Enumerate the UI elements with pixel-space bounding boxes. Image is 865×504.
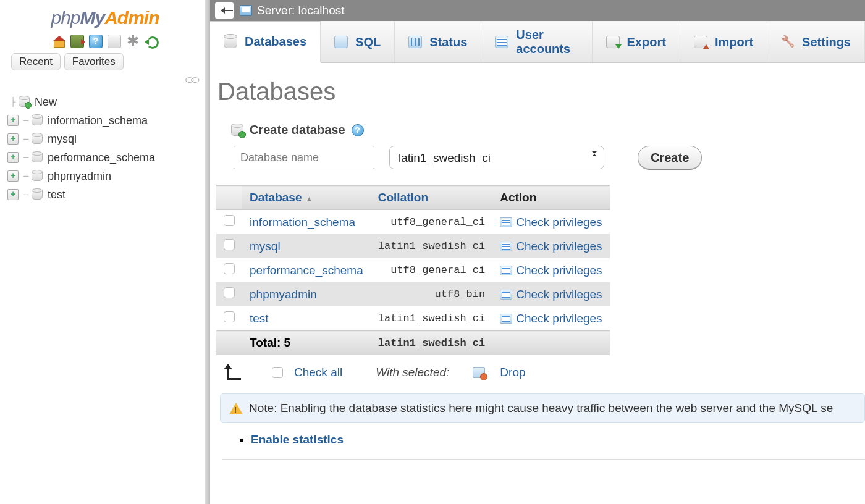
help-icon[interactable]: ? — [352, 124, 364, 136]
table-row: mysql latin1_swedish_ci Check privileges — [216, 234, 610, 258]
col-header-collation[interactable]: Collation — [371, 186, 492, 210]
collation-cell: latin1_swedish_ci — [371, 306, 492, 331]
row-checkbox[interactable] — [224, 263, 235, 274]
database-link[interactable]: mysql — [250, 240, 281, 253]
privileges-icon — [500, 266, 512, 275]
create-database-icon — [231, 125, 243, 136]
database-link[interactable]: performance_schema — [250, 264, 363, 277]
back-button[interactable] — [215, 2, 234, 19]
tab-databases[interactable]: Databases — [210, 21, 321, 63]
sidebar-quick-icons — [0, 35, 210, 48]
tree-branch-icon: ├ — [7, 97, 19, 107]
tab-label: Import — [715, 35, 753, 49]
col-header-database[interactable]: Database▲ — [242, 186, 371, 210]
sidebar-resize-handle[interactable] — [205, 0, 210, 504]
import-icon — [694, 36, 707, 48]
col-header-action: Action — [492, 186, 609, 210]
favorites-tab[interactable]: Favorites — [64, 53, 124, 70]
settings-icon[interactable] — [126, 35, 140, 48]
link-toggle-icon[interactable]: ⬭⬭ — [0, 74, 210, 85]
tree-item-performance-schema[interactable]: + ─ performance_schema — [7, 148, 210, 167]
privileges-icon — [500, 290, 512, 300]
check-all-checkbox[interactable] — [272, 367, 283, 378]
check-privileges-link[interactable]: Check privileges — [516, 264, 602, 277]
server-label[interactable]: Server: localhost — [257, 4, 345, 17]
tree-item-label: performance_schema — [48, 151, 155, 164]
row-checkbox[interactable] — [224, 215, 235, 226]
expand-icon[interactable]: + — [7, 133, 19, 145]
expand-icon[interactable]: + — [7, 152, 19, 163]
row-checkbox[interactable] — [224, 239, 235, 250]
database-icon — [32, 116, 43, 125]
reload-icon[interactable] — [145, 35, 158, 48]
sql-query-icon[interactable] — [108, 35, 121, 48]
table-row: performance_schema utf8_general_ci Check… — [216, 258, 610, 282]
check-privileges-link[interactable]: Check privileges — [516, 312, 602, 325]
expand-icon[interactable]: + — [7, 170, 19, 182]
tab-import[interactable]: Import — [680, 21, 767, 62]
page-title: Databases — [217, 78, 865, 106]
docs-icon[interactable] — [89, 35, 103, 48]
tree-item-mysql[interactable]: + ─ mysql — [7, 130, 210, 148]
expand-icon[interactable]: + — [7, 189, 19, 200]
database-link[interactable]: information_schema — [250, 216, 355, 229]
logo-part-php: php — [51, 7, 80, 28]
tree-item-test[interactable]: + ─ test — [7, 185, 210, 204]
tree-branch-icon: ─ — [20, 190, 32, 200]
arrow-up-icon — [225, 365, 242, 380]
tree-new-label: New — [35, 96, 57, 109]
database-icon — [32, 190, 43, 200]
databases-table: Database▲ Collation Action information_s… — [216, 185, 610, 355]
row-checkbox[interactable] — [224, 311, 235, 322]
tab-label: Export — [627, 35, 666, 49]
create-database-header: Create database ? — [231, 123, 865, 137]
drop-link[interactable]: Drop — [500, 366, 525, 379]
server-breadcrumb-bar: Server: localhost — [210, 0, 865, 21]
table-row: information_schema utf8_general_ci Check… — [216, 210, 610, 235]
database-link[interactable]: test — [250, 312, 269, 325]
tree-item-phpmyadmin[interactable]: + ─ phpmyadmin — [7, 167, 210, 185]
create-button[interactable]: Create — [638, 146, 702, 169]
tab-label: User accounts — [516, 28, 578, 56]
tab-sql[interactable]: SQL — [321, 21, 395, 62]
create-database-form: latin1_swedish_ci Create — [234, 146, 865, 169]
tab-export[interactable]: Export — [593, 21, 680, 62]
section-divider — [222, 459, 865, 460]
row-checkbox[interactable] — [224, 287, 235, 298]
tab-user-accounts[interactable]: User accounts — [481, 21, 592, 62]
collation-select[interactable]: latin1_swedish_ci — [389, 146, 604, 169]
total-label: Total: 5 — [242, 331, 371, 355]
create-database-title: Create database — [250, 123, 345, 137]
check-privileges-link[interactable]: Check privileges — [516, 216, 602, 229]
recent-tab[interactable]: Recent — [11, 53, 61, 70]
tab-status[interactable]: Status — [395, 21, 481, 62]
tab-settings[interactable]: Settings — [767, 21, 865, 62]
tree-branch-icon: ─ — [20, 153, 32, 162]
database-name-input[interactable] — [234, 146, 374, 169]
page-content: Databases Create database ? latin1_swedi… — [210, 63, 865, 460]
total-collation: latin1_swedish_ci — [371, 331, 492, 355]
database-icon — [32, 134, 43, 144]
expand-icon[interactable]: + — [7, 115, 19, 126]
tree-item-label: phpmyadmin — [48, 170, 111, 183]
tab-label: SQL — [355, 35, 381, 49]
drop-icon — [473, 367, 485, 378]
export-icon — [606, 36, 620, 48]
home-icon[interactable] — [52, 35, 65, 48]
tree-new-database[interactable]: ├ New — [7, 93, 210, 111]
privileges-icon — [500, 314, 512, 324]
server-icon — [240, 5, 252, 16]
table-row: test latin1_swedish_ci Check privileges — [216, 306, 610, 331]
check-all-link[interactable]: Check all — [294, 366, 342, 379]
tree-item-information-schema[interactable]: + ─ information_schema — [7, 111, 210, 130]
enable-statistics-link[interactable]: Enable statistics — [251, 433, 344, 446]
tree-item-label: test — [48, 188, 65, 201]
note-text: Note: Enabling the database statistics h… — [249, 401, 833, 415]
database-link[interactable]: phpmyadmin — [250, 288, 317, 301]
check-privileges-link[interactable]: Check privileges — [516, 240, 602, 253]
phpmyadmin-logo: phpMyAdmin — [0, 5, 210, 32]
check-privileges-link[interactable]: Check privileges — [516, 288, 602, 301]
collation-select-wrap: latin1_swedish_ci — [389, 146, 604, 169]
databases-icon — [224, 36, 237, 48]
logout-icon[interactable] — [70, 35, 84, 48]
